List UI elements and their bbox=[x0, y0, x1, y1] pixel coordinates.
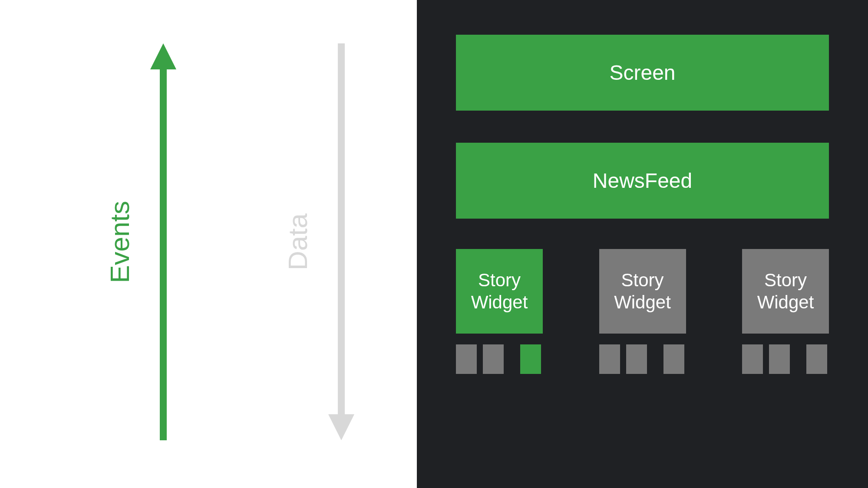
tick-group bbox=[599, 344, 686, 374]
newsfeed-label: NewsFeed bbox=[593, 169, 692, 193]
spacer bbox=[456, 334, 829, 344]
left-panel: Events Data bbox=[0, 0, 417, 488]
newsfeed-box: NewsFeed bbox=[456, 143, 829, 219]
ticks-row bbox=[456, 344, 829, 374]
widget-label-line2: Widget bbox=[471, 291, 528, 313]
spacer bbox=[796, 344, 800, 374]
widget-label-line1: Story bbox=[764, 269, 807, 291]
events-arrow-container: Events bbox=[104, 43, 176, 440]
tick-box bbox=[599, 344, 620, 374]
screen-label: Screen bbox=[609, 61, 675, 85]
tick-group bbox=[456, 344, 543, 374]
story-widget-box: Story Widget bbox=[456, 249, 543, 334]
tick-box bbox=[483, 344, 504, 374]
data-arrow-container: Data bbox=[282, 43, 354, 440]
tick-box bbox=[769, 344, 790, 374]
right-panel: Screen NewsFeed Story Widget Story Widge… bbox=[417, 0, 868, 488]
tick-box bbox=[806, 344, 827, 374]
arrow-down-icon bbox=[328, 43, 354, 440]
arrow-up-icon bbox=[150, 43, 176, 440]
tick-box bbox=[520, 344, 541, 374]
screen-box: Screen bbox=[456, 35, 829, 111]
widget-label-line2: Widget bbox=[757, 291, 814, 313]
story-widget-box: Story Widget bbox=[599, 249, 686, 334]
svg-marker-1 bbox=[328, 43, 354, 440]
tick-box bbox=[742, 344, 763, 374]
spacer bbox=[456, 219, 829, 249]
widget-label-line1: Story bbox=[621, 269, 663, 291]
spacer bbox=[456, 111, 829, 143]
data-label: Data bbox=[282, 213, 313, 270]
tick-box bbox=[663, 344, 684, 374]
widget-label-line2: Widget bbox=[614, 291, 671, 313]
widgets-row: Story Widget Story Widget Story Widget bbox=[456, 249, 829, 334]
spacer bbox=[653, 344, 657, 374]
story-widget-box: Story Widget bbox=[742, 249, 829, 334]
widget-label-line1: Story bbox=[478, 269, 521, 291]
events-label: Events bbox=[104, 201, 135, 283]
spacer bbox=[510, 344, 514, 374]
tick-group bbox=[742, 344, 829, 374]
tick-box bbox=[626, 344, 647, 374]
tick-box bbox=[456, 344, 477, 374]
svg-marker-0 bbox=[150, 43, 176, 440]
